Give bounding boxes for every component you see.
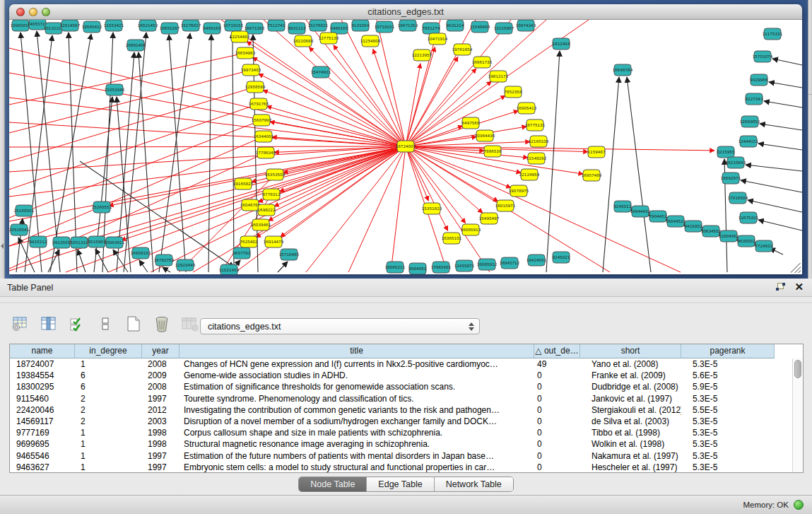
network-node[interactable]: 15716485 (279, 249, 300, 260)
network-node[interactable]: 12455871 (454, 260, 475, 271)
network-node[interactable]: 8215955 (717, 146, 735, 158)
network-node[interactable]: 9329966 (751, 74, 768, 86)
network-node[interactable]: 7724502 (755, 240, 773, 252)
network-node[interactable]: 9245012 (614, 201, 632, 212)
network-node[interactable]: 11548292 (526, 153, 546, 164)
network-node[interactable]: 11804562 (719, 230, 739, 242)
close-panel-icon[interactable]: ✕ (794, 281, 804, 293)
network-node[interactable]: 15495497 (479, 213, 500, 224)
column-header-out_de[interactable]: △ out_de… (534, 344, 580, 358)
network-node[interactable]: 12160108 (529, 136, 549, 147)
network-node[interactable]: 17965401 (431, 262, 452, 273)
network-node[interactable]: 19973403 (241, 64, 261, 76)
network-node[interactable]: 6497568 (462, 117, 480, 129)
table-row[interactable]: 1938455462009Genome-wide association stu… (10, 370, 803, 381)
network-node[interactable]: 7512741 (268, 20, 286, 31)
network-node[interactable]: 18220688 (293, 35, 314, 47)
network-node[interactable]: 15276021 (308, 20, 329, 31)
network-node[interactable]: 19078975 (509, 185, 529, 197)
network-node[interactable]: 16958107 (131, 247, 151, 259)
select-all-icon[interactable] (68, 315, 86, 333)
network-node[interactable]: 15751074 (753, 51, 773, 62)
network-node[interactable]: 9657791 (233, 247, 251, 259)
float-panel-icon[interactable] (776, 283, 785, 292)
table-options-icon[interactable] (11, 315, 30, 333)
network-node[interactable]: 18724007 (396, 141, 416, 152)
network-node[interactable]: 18021453 (138, 20, 158, 31)
network-node[interactable]: 16015971 (495, 200, 516, 211)
table-row[interactable]: 977716911998Corpus callosum shape and si… (10, 427, 803, 438)
network-node[interactable]: 7852358 (505, 86, 522, 98)
tab-edge-table[interactable]: Edge Table (367, 477, 434, 491)
network-node[interactable]: 11021459 (219, 264, 240, 274)
table-row[interactable]: 2242004622012Investigating the contribut… (10, 404, 803, 416)
network-node[interactable]: 15276027 (181, 20, 201, 31)
network-node[interactable]: 25160551 (14, 205, 35, 216)
memory-status-indicator[interactable] (794, 500, 804, 510)
network-node[interactable]: 12958599 (245, 81, 266, 93)
network-node[interactable]: 16782759 (154, 255, 175, 266)
column-header-short[interactable]: short (580, 344, 681, 358)
network-window-titlebar[interactable]: citations_edges.txt (9, 4, 802, 20)
table-row[interactable]: 969969511998Structural magnetic resonanc… (10, 438, 803, 450)
network-node[interactable]: 10719151 (375, 21, 395, 33)
network-node[interactable]: 12923448 (175, 259, 196, 271)
network-node[interactable]: 16353503 (265, 169, 286, 180)
network-node[interactable]: 16791765 (249, 98, 269, 110)
network-node[interactable]: 1159487 (588, 146, 606, 158)
network-node[interactable]: 7851274 (423, 23, 440, 34)
network-node[interactable]: 12254403 (230, 31, 250, 42)
network-node[interactable]: 15607997 (252, 115, 272, 126)
network-node[interactable]: 16344001 (254, 131, 274, 142)
network-node[interactable]: 22124959 (519, 169, 540, 180)
network-node[interactable]: 7886538 (484, 146, 502, 157)
network-node[interactable]: 21053346 (105, 84, 125, 95)
table-row[interactable]: 946362711997Embryonic stem cells: a mode… (10, 462, 803, 473)
network-node[interactable]: 1812404 (553, 38, 570, 49)
network-node[interactable]: 9227343 (746, 93, 763, 105)
network-node[interactable]: 16944432 (630, 206, 650, 217)
network-node[interactable]: 11254808 (360, 35, 381, 47)
network-node[interactable]: 16085913 (461, 224, 481, 235)
network-node[interactable]: 16039461 (251, 219, 271, 230)
network-node[interactable]: 18945712 (500, 257, 519, 269)
control-panel-collapsed-strip[interactable] (0, 0, 5, 279)
network-node[interactable]: 16957489 (582, 170, 602, 181)
network-node[interactable]: 11175331 (763, 28, 783, 40)
network-node[interactable]: 11675331 (739, 212, 759, 223)
network-node[interactable]: 10719155 (223, 20, 244, 31)
network-node[interactable]: 9031214 (447, 20, 464, 31)
table-scrollbar[interactable] (792, 358, 803, 473)
network-node[interactable]: 20518541 (9, 224, 30, 235)
network-node[interactable]: 19424501 (526, 255, 547, 266)
delete-table-icon[interactable] (153, 315, 171, 333)
network-node[interactable]: 12775138 (319, 33, 339, 44)
network-node[interactable]: 17786345 (256, 147, 276, 158)
network-node[interactable]: 9984561 (409, 263, 427, 274)
network-node[interactable]: 16961735 (472, 57, 493, 68)
network-node[interactable]: 12213957 (412, 49, 433, 61)
network-node[interactable]: 10471914 (428, 33, 448, 45)
show-columns-icon[interactable] (40, 315, 58, 333)
network-node[interactable]: 12093852 (740, 116, 760, 127)
network-node[interactable]: 11548408 (470, 21, 490, 33)
column-header-name[interactable]: name (10, 344, 75, 358)
window-resize-grip[interactable] (791, 263, 801, 273)
table-row[interactable]: 1830029562008Estimation of significance … (10, 381, 803, 392)
network-node[interactable]: 6466160 (204, 23, 221, 34)
column-header-pagerank[interactable]: pagerank (681, 344, 775, 358)
network-node[interactable]: 16210643 (726, 157, 746, 168)
network-node[interactable]: 16671353 (398, 20, 418, 31)
network-node[interactable]: 3913505 (53, 237, 71, 248)
network-node[interactable]: 18654963 (235, 47, 256, 59)
network-node[interactable]: 12014567 (60, 20, 81, 31)
network-node[interactable]: 18044522 (666, 216, 686, 227)
network-node[interactable]: 7904452 (649, 211, 667, 222)
column-header-in_degree[interactable]: in_degree (75, 344, 142, 358)
table-selector-dropdown[interactable]: citations_edges.txt (200, 318, 480, 334)
column-header-year[interactable]: year (142, 344, 180, 358)
network-node[interactable]: 9931123 (288, 23, 306, 34)
network-node[interactable]: 10974343 (516, 20, 536, 31)
network-node[interactable]: 20364436 (475, 130, 495, 141)
network-node[interactable]: 5051332 (71, 237, 88, 248)
